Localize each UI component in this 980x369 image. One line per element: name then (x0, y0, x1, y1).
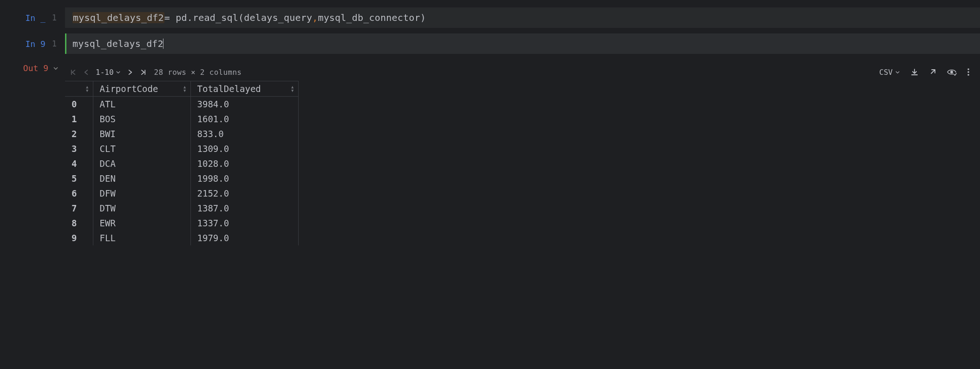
cell-airportcode: DCA (93, 156, 190, 171)
table-row[interactable]: 7DTW1387.0 (65, 201, 298, 216)
row-index: 3 (65, 141, 93, 156)
cell-totaldelayed: 3984.0 (190, 97, 298, 112)
code-editor[interactable]: mysql_delays_df2 = pd.read_sql(delays_qu… (65, 7, 980, 28)
column-header-airportcode[interactable]: AirportCode ▴▾ (93, 81, 190, 97)
cell-totaldelayed: 1387.0 (190, 201, 298, 216)
cell-airportcode: EWR (93, 216, 190, 231)
last-page-icon[interactable] (140, 69, 147, 76)
table-row[interactable]: 1BOS1601.0 (65, 112, 298, 126)
page-range[interactable]: 1-10 (96, 68, 121, 77)
code-text: = pd.read_sql(delays_query (164, 12, 312, 23)
row-index: 8 (65, 216, 93, 231)
eye-icon[interactable] (947, 68, 957, 76)
first-page-icon[interactable] (70, 69, 77, 76)
download-icon[interactable] (910, 68, 919, 76)
sort-icon: ▴▾ (291, 85, 294, 92)
output-area: 1-10 28 rows × 2 columns CSV (65, 63, 975, 245)
cell-airportcode: BOS (93, 112, 190, 126)
collapse-output-icon[interactable] (53, 66, 59, 71)
index-column-header[interactable]: ▴▾ (65, 81, 93, 97)
cell-airportcode: FLL (93, 231, 190, 245)
svg-point-3 (967, 71, 969, 73)
table-row[interactable]: 9FLL1979.0 (65, 231, 298, 245)
code-cell-2: In 9 1 mysql_delays_df2 (0, 33, 980, 54)
chevron-down-icon (116, 70, 121, 75)
cell-totaldelayed: 2152.0 (190, 186, 298, 201)
column-header-text: TotalDelayed (197, 84, 261, 94)
dataframe-table: ▴▾ AirportCode ▴▾ TotalDelayed ▴▾ 0ATL39… (65, 81, 299, 245)
table-toolbar: 1-10 28 rows × 2 columns CSV (65, 63, 975, 81)
table-header-row: ▴▾ AirportCode ▴▾ TotalDelayed ▴▾ (65, 81, 298, 97)
row-index: 7 (65, 201, 93, 216)
output-prompt-label: Out 9 (23, 63, 48, 73)
open-external-icon[interactable] (929, 68, 936, 76)
sort-icon: ▴▾ (183, 85, 187, 92)
table-row[interactable]: 0ATL3984.0 (65, 97, 298, 112)
export-format-dropdown[interactable]: CSV (879, 68, 900, 77)
variable-token: mysql_delays_df2 (72, 12, 164, 23)
page-range-text: 1-10 (96, 68, 114, 77)
svg-point-2 (967, 68, 969, 70)
line-number: 1 (52, 39, 57, 48)
code-cell-1: In _ 1 mysql_delays_df2 = pd.read_sql(de… (0, 7, 980, 28)
column-header-text: AirportCode (100, 84, 158, 94)
row-index: 9 (65, 231, 93, 245)
column-header-totaldelayed[interactable]: TotalDelayed ▴▾ (190, 81, 298, 97)
table-tools: CSV (879, 68, 970, 77)
more-menu-icon[interactable] (967, 68, 970, 76)
output-cell: Out 9 1-10 (0, 59, 980, 245)
cell-airportcode: DEN (93, 171, 190, 186)
table-row[interactable]: 5DEN1998.0 (65, 171, 298, 186)
table-row[interactable]: 6DFW2152.0 (65, 186, 298, 201)
table-row[interactable]: 8EWR1337.0 (65, 216, 298, 231)
cell-totaldelayed: 1337.0 (190, 216, 298, 231)
line-number: 1 (52, 13, 57, 22)
table-row[interactable]: 2BWI833.0 (65, 126, 298, 141)
cell-gutter: In _ 1 (0, 7, 65, 28)
cell-totaldelayed: 833.0 (190, 126, 298, 141)
table-dimensions: 28 rows × 2 columns (154, 68, 242, 77)
row-index: 0 (65, 97, 93, 112)
comma-token: , (312, 12, 318, 23)
prompt-label: In _ (25, 13, 45, 23)
cell-totaldelayed: 1601.0 (190, 112, 298, 126)
text-cursor (163, 39, 164, 49)
cell-airportcode: DFW (93, 186, 190, 201)
prompt-label: In 9 (25, 39, 45, 49)
cell-airportcode: DTW (93, 201, 190, 216)
table-row[interactable]: 4DCA1028.0 (65, 156, 298, 171)
code-text: mysql_db_connector) (318, 12, 426, 23)
prev-page-icon[interactable] (83, 69, 89, 76)
output-gutter: Out 9 (0, 63, 65, 73)
export-format-label: CSV (879, 68, 893, 77)
table-row[interactable]: 3CLT1309.0 (65, 141, 298, 156)
svg-point-4 (967, 74, 969, 76)
cell-totaldelayed: 1028.0 (190, 156, 298, 171)
sort-icon: ▴▾ (85, 85, 89, 92)
cell-totaldelayed: 1309.0 (190, 141, 298, 156)
row-index: 1 (65, 112, 93, 126)
cell-gutter: In 9 1 (0, 33, 65, 54)
cell-totaldelayed: 1979.0 (190, 231, 298, 245)
next-page-icon[interactable] (127, 69, 133, 76)
cell-airportcode: CLT (93, 141, 190, 156)
cell-airportcode: ATL (93, 97, 190, 112)
pager: 1-10 (70, 68, 147, 77)
cell-totaldelayed: 1998.0 (190, 171, 298, 186)
cell-airportcode: BWI (93, 126, 190, 141)
svg-point-0 (950, 71, 953, 73)
row-index: 4 (65, 156, 93, 171)
code-text: mysql_delays_df2 (72, 38, 163, 49)
chevron-down-icon (895, 70, 900, 75)
row-index: 2 (65, 126, 93, 141)
row-index: 5 (65, 171, 93, 186)
code-editor-active[interactable]: mysql_delays_df2 (65, 33, 980, 54)
row-index: 6 (65, 186, 93, 201)
